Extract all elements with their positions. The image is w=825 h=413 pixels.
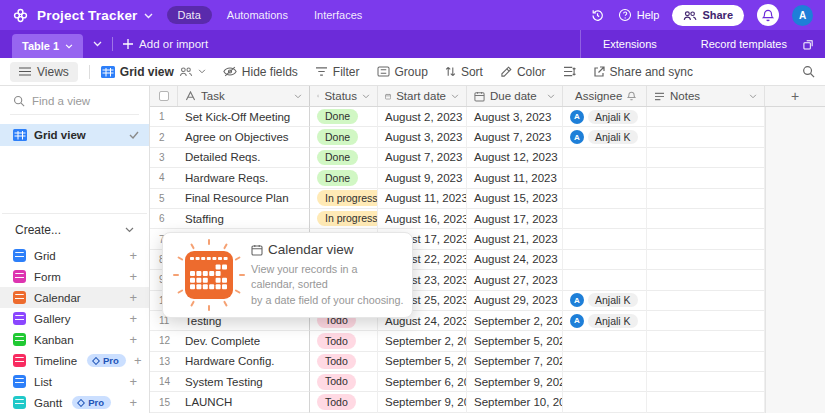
cell-notes[interactable] [647,127,765,147]
sidebar-item-grid-view[interactable]: Grid view [0,124,149,146]
cell-task[interactable]: LAUNCH [178,392,310,412]
cell-start-date[interactable]: September 9, 2023 [378,392,467,412]
cell-status[interactable]: Done [310,148,378,168]
cell-status[interactable]: Todo [310,372,378,392]
column-header-assignee[interactable]: Assignee [563,86,647,106]
cell-status[interactable]: In progress [310,189,378,209]
row-height-button[interactable] [563,66,576,77]
cell-notes[interactable] [647,229,765,249]
table-list-chevron-button[interactable] [93,41,102,47]
column-header-status[interactable]: Status [310,86,378,106]
create-item-kanban[interactable]: Kanban+ [0,329,149,350]
cell-due-date[interactable]: September 9, 2023 [467,372,563,392]
cell-due-date[interactable]: September 5, 2023 [467,331,563,351]
cell-due-date[interactable]: August 11, 2023 [467,168,563,188]
cell-due-date[interactable]: August 17, 2023 [467,209,563,229]
cell-due-date[interactable]: September 10, 2023 [467,392,563,412]
create-item-grid[interactable]: Grid+ [0,245,149,266]
top-tab-interfaces[interactable]: Interfaces [303,6,373,24]
cell-assignee[interactable] [563,189,647,209]
cell-notes[interactable] [647,250,765,270]
views-button[interactable]: Views [10,62,78,82]
create-item-timeline[interactable]: TimelinePro+ [0,350,149,371]
cell-due-date[interactable]: August 29, 2023 [467,291,563,311]
cell-status[interactable]: Todo [310,331,378,351]
add-or-import-button[interactable]: Add or import [123,38,208,50]
cell-start-date[interactable]: August 3, 2023 [378,127,467,147]
column-header-task[interactable]: Task [178,86,310,106]
cell-assignee[interactable] [563,331,647,351]
cell-assignee[interactable] [563,229,647,249]
add-view-button[interactable]: + [134,353,142,368]
share-button[interactable]: Share [672,5,744,26]
help-button[interactable]: Help [618,8,660,22]
cell-assignee[interactable] [563,250,647,270]
add-view-button[interactable]: + [129,269,137,284]
cell-assignee[interactable]: AAnjali K [563,107,647,127]
cell-due-date[interactable]: September 7, 2023 [467,352,563,372]
cell-task[interactable]: Set Kick-Off Meeting [178,107,310,127]
cell-task[interactable]: Agree on Objectives [178,127,310,147]
column-header-start-date[interactable]: Start date [378,86,467,106]
grid-view-switcher[interactable]: Grid view [101,65,206,79]
cell-notes[interactable] [647,331,765,351]
cell-notes[interactable] [647,107,765,127]
add-view-button[interactable]: + [129,332,137,347]
extensions-button[interactable]: Extensions [581,38,679,50]
cell-assignee[interactable] [563,372,647,392]
share-and-sync-button[interactable]: Share and sync [593,65,693,79]
add-view-button[interactable]: + [129,374,137,389]
cell-notes[interactable] [647,270,765,290]
create-item-gantt[interactable]: GanttPro+ [0,392,149,413]
column-header-notes[interactable]: Notes [647,86,765,106]
create-section-header[interactable]: Create... [2,213,147,243]
create-item-calendar[interactable]: Calendar+ [0,287,149,308]
top-tab-data[interactable]: Data [167,6,212,24]
add-view-button[interactable]: + [129,290,137,305]
search-button[interactable] [802,65,815,78]
cell-task[interactable]: System Testing [178,372,310,392]
cell-due-date[interactable]: August 27, 2023 [467,270,563,290]
cell-notes[interactable] [647,311,765,331]
cell-notes[interactable] [647,372,765,392]
cell-status[interactable]: Done [310,107,378,127]
chevron-down-icon[interactable] [144,13,153,19]
cell-assignee[interactable] [563,148,647,168]
cell-task[interactable]: Hardware Reqs. [178,168,310,188]
cell-status[interactable]: Todo [310,352,378,372]
hide-fields-button[interactable]: Hide fields [223,65,298,79]
cell-start-date[interactable]: August 9, 2023 [378,168,467,188]
create-item-form[interactable]: Form+ [0,266,149,287]
cell-notes[interactable] [647,209,765,229]
cell-start-date[interactable]: August 2, 2023 [378,107,467,127]
cell-due-date[interactable]: August 12, 2023 [467,148,563,168]
cell-assignee[interactable] [563,352,647,372]
add-field-button[interactable]: + [765,86,825,106]
create-item-gallery[interactable]: Gallery+ [0,308,149,329]
group-button[interactable]: Group [377,65,428,79]
cell-start-date[interactable]: August 7, 2023 [378,148,467,168]
cell-due-date[interactable]: August 15, 2023 [467,189,563,209]
column-header-due-date[interactable]: Due date [467,86,563,106]
cell-notes[interactable] [647,291,765,311]
filter-button[interactable]: Filter [315,65,360,79]
cell-assignee[interactable] [563,168,647,188]
history-icon[interactable] [590,8,605,23]
cell-due-date[interactable]: August 24, 2023 [467,250,563,270]
cell-assignee[interactable] [563,392,647,412]
sort-button[interactable]: Sort [445,65,483,79]
cell-assignee[interactable]: AAnjali K [563,311,647,331]
cell-due-date[interactable]: August 7, 2023 [467,127,563,147]
cell-due-date[interactable]: August 21, 2023 [467,229,563,249]
cell-assignee[interactable]: AAnjali K [563,291,647,311]
cell-notes[interactable] [647,352,765,372]
base-title[interactable]: Project Tracker [37,8,138,23]
add-view-button[interactable]: + [129,311,137,326]
cell-task[interactable]: Final Resource Plan [178,189,310,209]
cell-assignee[interactable]: AAnjali K [563,127,647,147]
record-templates-button[interactable]: Record templates [679,38,825,50]
cell-notes[interactable] [647,148,765,168]
cell-start-date[interactable]: September 6, 2023 [378,372,467,392]
find-a-view-input[interactable] [32,95,132,107]
cell-notes[interactable] [647,168,765,188]
